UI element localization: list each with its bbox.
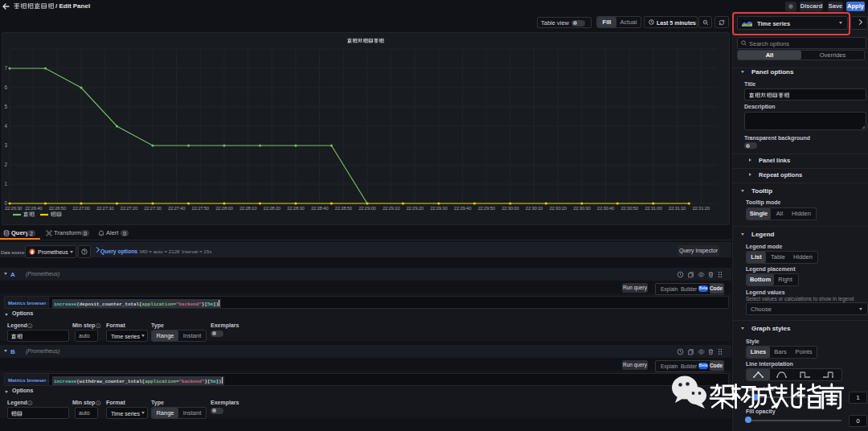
svg-text:5: 5 bbox=[4, 104, 7, 109]
svg-text:22:28:50: 22:28:50 bbox=[335, 206, 353, 211]
svg-text:22:27:20: 22:27:20 bbox=[121, 206, 138, 211]
svg-text:22:26:50: 22:26:50 bbox=[49, 206, 67, 211]
svg-text:22:29:00: 22:29:00 bbox=[358, 206, 376, 211]
svg-text:22:28:10: 22:28:10 bbox=[240, 206, 257, 211]
svg-text:22:28:20: 22:28:20 bbox=[264, 206, 281, 211]
svg-text:2: 2 bbox=[4, 162, 7, 167]
svg-text:22:29:40: 22:29:40 bbox=[454, 206, 472, 211]
svg-text:22:27:30: 22:27:30 bbox=[144, 206, 162, 211]
svg-text:22:27:00: 22:27:00 bbox=[72, 206, 90, 211]
svg-text:22:29:10: 22:29:10 bbox=[383, 206, 400, 211]
svg-text:22:30:10: 22:30:10 bbox=[526, 206, 543, 211]
svg-text:4: 4 bbox=[4, 123, 7, 129]
svg-text:22:28:00: 22:28:00 bbox=[215, 206, 233, 211]
svg-text:22:30:30: 22:30:30 bbox=[573, 206, 591, 211]
svg-text:22:31:10: 22:31:10 bbox=[669, 206, 686, 211]
svg-text:22:27:10: 22:27:10 bbox=[96, 206, 114, 211]
svg-text:22:28:30: 22:28:30 bbox=[287, 206, 305, 211]
svg-text:22:30:50: 22:30:50 bbox=[620, 206, 638, 211]
svg-text:0: 0 bbox=[4, 200, 7, 206]
svg-text:22:28:40: 22:28:40 bbox=[311, 206, 329, 211]
svg-text:22:26:40: 22:26:40 bbox=[25, 206, 43, 211]
svg-text:22:29:30: 22:29:30 bbox=[430, 206, 448, 211]
svg-text:22:27:50: 22:27:50 bbox=[192, 206, 210, 211]
svg-text:22:31:20: 22:31:20 bbox=[692, 206, 710, 211]
svg-text:22:29:20: 22:29:20 bbox=[407, 206, 424, 211]
svg-text:22:26:30: 22:26:30 bbox=[5, 206, 23, 211]
svg-text:1: 1 bbox=[4, 181, 7, 187]
svg-text:22:31:00: 22:31:00 bbox=[645, 206, 662, 211]
svg-text:22:30:20: 22:30:20 bbox=[550, 206, 567, 211]
svg-text:22:29:50: 22:29:50 bbox=[478, 206, 496, 211]
svg-text:22:27:40: 22:27:40 bbox=[168, 206, 186, 211]
svg-text:22:30:00: 22:30:00 bbox=[502, 206, 519, 211]
svg-text:3: 3 bbox=[4, 142, 7, 148]
svg-text:6: 6 bbox=[4, 84, 7, 90]
svg-text:22:30:40: 22:30:40 bbox=[597, 206, 615, 211]
svg-text:7: 7 bbox=[4, 65, 7, 71]
